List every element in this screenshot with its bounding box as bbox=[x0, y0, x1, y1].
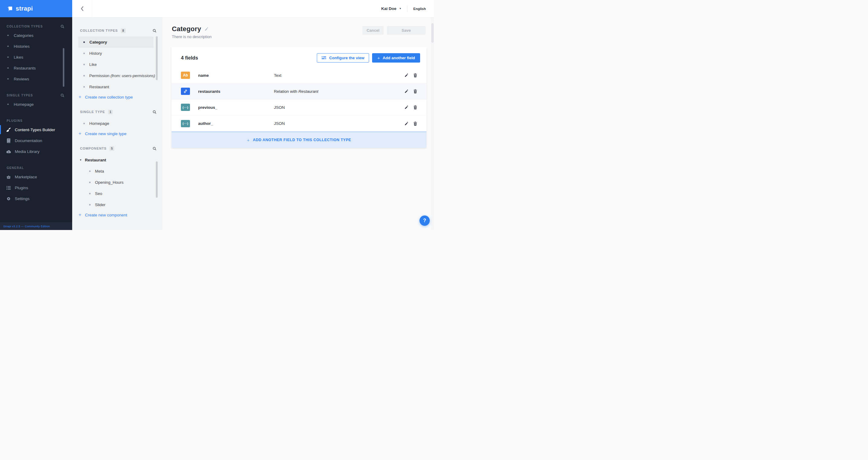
configure-view-button[interactable]: Configure the view bbox=[317, 53, 369, 63]
delete-field-trash-icon[interactable] bbox=[413, 121, 417, 126]
panel-section-label: COLLECTION TYPES bbox=[80, 29, 118, 32]
panel-item-history[interactable]: History bbox=[72, 48, 162, 59]
create-collection-type-link[interactable]: + Create new collection type bbox=[79, 92, 162, 102]
plus-icon: + bbox=[79, 95, 81, 99]
sidebar-item-marketplace[interactable]: Marketplace bbox=[0, 171, 72, 182]
search-icon[interactable] bbox=[153, 110, 156, 114]
count-badge: 8 bbox=[121, 28, 126, 33]
section-label: GENERAL bbox=[7, 166, 24, 170]
panel-item-like[interactable]: Like bbox=[72, 59, 162, 70]
caret-expanded-icon: ▼ bbox=[80, 159, 82, 162]
add-another-field-button[interactable]: + Add another field bbox=[372, 53, 420, 63]
sidebar-nav: COLLECTION TYPES Categories Histories Li… bbox=[0, 17, 72, 222]
edit-field-pencil-icon[interactable] bbox=[404, 121, 409, 126]
sidebar-item-documentation[interactable]: Documentation bbox=[0, 135, 72, 146]
panel-item-opening-hours[interactable]: Opening_Hours bbox=[72, 177, 162, 188]
create-single-type-link[interactable]: + Create new single type bbox=[79, 129, 162, 138]
search-icon[interactable] bbox=[153, 29, 156, 33]
basket-icon bbox=[6, 175, 11, 179]
configure-view-icon bbox=[322, 56, 326, 60]
edit-field-pencil-icon[interactable] bbox=[404, 73, 409, 77]
create-component-link[interactable]: + Create new component bbox=[79, 210, 162, 220]
sidebar-footer: Strapi v3.2.5 — Community Edition bbox=[0, 222, 72, 230]
main-scrollbar-track bbox=[431, 17, 434, 230]
help-button[interactable]: ? bbox=[420, 215, 430, 226]
main-scrollbar-thumb[interactable] bbox=[431, 23, 434, 42]
section-label: COLLECTION TYPES bbox=[7, 25, 43, 28]
json-field-badge: {···} bbox=[181, 120, 190, 127]
nav-section-plugins: PLUGINS Content-Types Builder Documentat… bbox=[0, 117, 72, 157]
field-row-previous[interactable]: {···} previous_ JSON bbox=[172, 99, 427, 115]
page-header: Category There is no description Cancel … bbox=[162, 17, 434, 39]
link-icon bbox=[183, 89, 188, 93]
bullet-icon bbox=[83, 53, 85, 54]
sidebar-item-settings[interactable]: Settings bbox=[0, 193, 72, 204]
nav-section-collection-types: COLLECTION TYPES Categories Histories Li… bbox=[0, 23, 72, 84]
panel-item-slider[interactable]: Slider bbox=[72, 199, 162, 210]
section-label: PLUGINS bbox=[7, 119, 23, 122]
bullet-icon bbox=[83, 75, 85, 77]
sidebar-item-plugins[interactable]: Plugins bbox=[0, 182, 72, 193]
top-bar: Kai Doe ▼ English bbox=[72, 0, 434, 17]
panel-item-category[interactable]: Category bbox=[78, 36, 153, 48]
cancel-button[interactable]: Cancel bbox=[363, 26, 383, 35]
plus-icon: + bbox=[79, 131, 81, 136]
edit-field-pencil-icon[interactable] bbox=[404, 89, 409, 93]
field-row-name[interactable]: Ab name Text bbox=[172, 67, 427, 83]
edit-field-pencil-icon[interactable] bbox=[404, 105, 409, 109]
sidebar-item-categories[interactable]: Categories bbox=[0, 30, 72, 41]
search-icon[interactable] bbox=[60, 93, 64, 97]
add-field-banner[interactable]: + ADD ANOTHER FIELD TO THIS COLLECTION T… bbox=[172, 132, 427, 148]
nav-section-general: GENERAL Marketplace Plugins Settings bbox=[0, 164, 72, 204]
main-sidebar: strapi COLLECTION TYPES Categories Histo… bbox=[0, 0, 72, 230]
panel-section-label: SINGLE TYPE bbox=[80, 110, 105, 114]
strapi-version-link[interactable]: Strapi v3.2.5 — Community Edition bbox=[3, 225, 50, 228]
bullet-icon bbox=[7, 67, 9, 69]
bullet-icon bbox=[83, 123, 85, 124]
field-type: JSON bbox=[274, 105, 285, 110]
sidebar-item-content-types-builder[interactable]: Content-Types Builder bbox=[0, 124, 72, 135]
back-button[interactable] bbox=[72, 0, 92, 17]
search-icon[interactable] bbox=[153, 147, 156, 150]
field-name: author_ bbox=[198, 121, 274, 126]
field-row-author[interactable]: {···} author_ JSON bbox=[172, 115, 427, 132]
field-name: restaurants bbox=[198, 89, 274, 94]
panel-scrollbar[interactable] bbox=[156, 36, 158, 80]
sidebar-item-restaurants[interactable]: Restaurants bbox=[0, 63, 72, 74]
nav-section-single-types: SINGLE TYPES Homepage bbox=[0, 92, 72, 110]
fields-card-header: 4 fields Configure the view + Add anothe… bbox=[172, 47, 427, 67]
panel-item-permission[interactable]: Permission (from: users-permissions) bbox=[72, 70, 162, 81]
bullet-icon bbox=[83, 86, 85, 88]
sidebar-item-homepage[interactable]: Homepage bbox=[0, 99, 72, 110]
sidebar-item-likes[interactable]: Likes bbox=[0, 52, 72, 63]
panel-item-restaurant[interactable]: Restaurant bbox=[72, 81, 162, 92]
panel-scrollbar[interactable] bbox=[156, 162, 158, 198]
edit-title-pencil-icon[interactable] bbox=[205, 27, 209, 31]
panel-item-homepage[interactable]: Homepage bbox=[72, 118, 162, 129]
sidebar-item-reviews[interactable]: Reviews bbox=[0, 74, 72, 84]
panel-item-seo[interactable]: Seo bbox=[72, 188, 162, 199]
search-icon[interactable] bbox=[60, 25, 64, 28]
user-menu[interactable]: Kai Doe ▼ bbox=[381, 6, 401, 11]
save-button[interactable]: Save bbox=[387, 26, 426, 35]
cloud-upload-icon bbox=[6, 149, 11, 154]
strapi-logo[interactable]: strapi bbox=[0, 0, 72, 17]
json-field-badge: {···} bbox=[181, 104, 190, 111]
sidebar-scrollbar[interactable] bbox=[63, 48, 64, 87]
field-row-restaurants[interactable]: restaurants Relation with Restaurant bbox=[172, 83, 427, 99]
delete-field-trash-icon[interactable] bbox=[413, 105, 417, 109]
language-selector[interactable]: English bbox=[413, 7, 426, 10]
panel-item-meta[interactable]: Meta bbox=[72, 166, 162, 177]
bullet-icon bbox=[7, 104, 9, 105]
plus-icon: + bbox=[377, 56, 380, 60]
topbar-divider bbox=[407, 5, 407, 12]
sidebar-item-media-library[interactable]: Media Library bbox=[0, 146, 72, 157]
relation-field-badge bbox=[181, 88, 190, 95]
delete-field-trash-icon[interactable] bbox=[413, 89, 417, 93]
sidebar-item-histories[interactable]: Histories bbox=[0, 41, 72, 52]
bullet-icon bbox=[89, 204, 91, 205]
panel-section-collection-types: COLLECTION TYPES 8 Category History Like… bbox=[72, 27, 162, 102]
delete-field-trash-icon[interactable] bbox=[413, 73, 417, 77]
count-badge: 5 bbox=[110, 146, 115, 151]
component-group-restaurant[interactable]: ▼ Restaurant bbox=[72, 154, 162, 166]
